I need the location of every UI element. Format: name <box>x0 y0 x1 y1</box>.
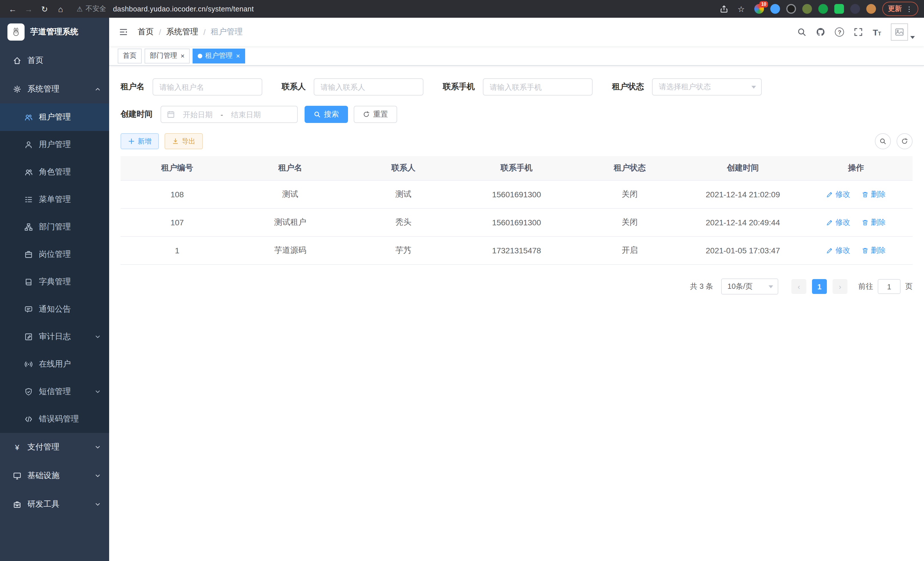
delete-link[interactable]: 删除 <box>862 189 886 200</box>
chevron-down-icon <box>769 285 773 288</box>
phone-input[interactable] <box>483 78 592 96</box>
sidebar-item-menu[interactable]: 菜单管理 <box>0 186 109 213</box>
sidebar-item-user[interactable]: 用户管理 <box>0 131 109 158</box>
next-page-button[interactable]: › <box>832 279 848 294</box>
sidebar-item-label: 支付管理 <box>27 442 59 452</box>
col-status: 租户状态 <box>573 156 686 180</box>
close-icon[interactable]: × <box>181 52 184 59</box>
sidebar-item-label: 角色管理 <box>39 167 71 177</box>
address-bar[interactable]: dashboard.yudao.iocoder.cn/system/tenant <box>113 5 254 13</box>
tab-home[interactable]: 首页 <box>118 48 142 63</box>
app-logo[interactable]: 芋道管理系统 <box>0 18 109 46</box>
extension-icon-2[interactable] <box>770 4 780 14</box>
date-end-input[interactable] <box>227 110 265 119</box>
browser-home-icon[interactable]: ⌂ <box>54 2 68 16</box>
contact-input[interactable] <box>314 78 423 96</box>
hamburger-icon[interactable] <box>109 18 138 46</box>
pencil-icon <box>826 247 833 254</box>
fullscreen-icon[interactable] <box>854 27 863 37</box>
share-icon[interactable] <box>720 5 728 13</box>
search-button[interactable]: 搜索 <box>304 106 348 123</box>
current-page-button[interactable]: 1 <box>812 279 827 294</box>
tab-label: 首页 <box>123 51 136 61</box>
forward-icon[interactable]: → <box>22 2 35 16</box>
sidebar-item-system[interactable]: 系统管理 <box>0 75 109 104</box>
close-icon[interactable]: × <box>236 52 240 59</box>
sidebar-item-audit-log[interactable]: 审计日志 <box>0 323 109 350</box>
col-phone: 联系手机 <box>460 156 573 180</box>
status-select[interactable]: 请选择租户状态 <box>652 78 762 96</box>
sidebar-item-dept[interactable]: 部门管理 <box>0 213 109 241</box>
breadcrumb-home[interactable]: 首页 <box>138 27 154 37</box>
extension-icon-4[interactable] <box>802 4 812 14</box>
github-icon[interactable] <box>816 27 825 37</box>
refresh-table-button[interactable] <box>897 133 913 149</box>
warning-icon: ⚠ <box>76 5 83 13</box>
goto-page-input[interactable] <box>878 279 901 294</box>
sidebar-item-infra[interactable]: 基础设施 <box>0 462 109 490</box>
signal-waves-icon <box>24 360 33 368</box>
top-navbar: 首页 / 系统管理 / 租户管理 ? <box>109 18 924 46</box>
cell-contact: 测试 <box>347 180 460 208</box>
edit-link[interactable]: 修改 <box>826 245 850 256</box>
sidebar-item-payment[interactable]: ¥ 支付管理 <box>0 433 109 462</box>
sidebar-item-label: 短信管理 <box>39 387 71 397</box>
book-icon <box>24 278 33 286</box>
puzzle-extensions-icon[interactable] <box>850 4 860 14</box>
toggle-search-button[interactable] <box>875 133 891 149</box>
sidebar-item-tenant[interactable]: 租户管理 <box>0 104 109 131</box>
extension-icon-1[interactable]: 10 <box>754 4 764 14</box>
edit-link[interactable]: 修改 <box>826 217 850 228</box>
font-size-icon[interactable]: TT <box>873 28 881 36</box>
date-start-input[interactable] <box>179 110 217 119</box>
user-avatar-menu[interactable] <box>891 23 915 41</box>
sidebar-item-dev-tools[interactable]: 研发工具 <box>0 490 109 519</box>
sidebar-item-error-code[interactable]: 错误码管理 <box>0 405 109 433</box>
sidebar-item-notice[interactable]: 通知公告 <box>0 296 109 323</box>
extension-icon-3[interactable] <box>786 4 796 14</box>
back-icon[interactable]: ← <box>6 2 20 16</box>
sidebar-item-online-users[interactable]: 在线用户 <box>0 350 109 378</box>
sidebar-item-sms[interactable]: 短信管理 <box>0 378 109 405</box>
tenant-table: 租户编号 租户名 联系人 联系手机 租户状态 创建时间 操作 108 测试 <box>121 156 913 265</box>
sidebar-item-home[interactable]: 首页 <box>0 46 109 75</box>
sidebar-item-post[interactable]: 岗位管理 <box>0 241 109 268</box>
security-indicator[interactable]: ⚠ 不安全 <box>76 4 106 14</box>
tab-dept[interactable]: 部门管理 × <box>145 48 190 63</box>
security-label: 不安全 <box>86 4 106 14</box>
chevron-down-icon <box>94 444 101 451</box>
sidebar-item-label: 通知公告 <box>39 304 71 314</box>
goto-label: 前往 <box>858 281 873 292</box>
table-row: 1 芋道源码 芋艿 17321315478 开启 2021-01-05 17:0… <box>121 236 913 265</box>
breadcrumb-system[interactable]: 系统管理 <box>166 27 198 37</box>
chevron-down-icon <box>94 501 101 508</box>
edit-link[interactable]: 修改 <box>826 189 850 200</box>
tab-tenant[interactable]: 租户管理 × <box>193 48 245 63</box>
extension-icon-6[interactable] <box>834 4 844 14</box>
kebab-menu-icon[interactable]: ⋮ <box>906 5 913 13</box>
browser-update-button[interactable]: 更新 ⋮ <box>882 2 918 16</box>
search-icon[interactable] <box>797 27 807 37</box>
sidebar-item-role[interactable]: 角色管理 <box>0 158 109 186</box>
tenant-name-input[interactable] <box>153 78 262 96</box>
reset-button[interactable]: 重置 <box>354 106 397 123</box>
date-range-picker[interactable]: - <box>160 106 298 123</box>
sidebar-item-dict[interactable]: 字典管理 <box>0 268 109 296</box>
chevron-down-icon <box>752 86 756 88</box>
profile-avatar[interactable] <box>866 4 876 14</box>
cell-tenant-id: 107 <box>121 208 234 236</box>
extension-icon-5[interactable] <box>818 4 828 14</box>
page-size-select[interactable]: 10条/页 <box>721 278 778 295</box>
active-tab-dot <box>198 53 202 58</box>
prev-page-button[interactable]: ‹ <box>791 279 806 294</box>
reload-icon[interactable]: ↻ <box>38 2 51 16</box>
table-row: 107 测试租户 秃头 15601691300 关闭 2021-12-14 20… <box>121 208 913 236</box>
tab-label: 租户管理 <box>205 51 232 61</box>
add-button[interactable]: 新增 <box>121 133 159 149</box>
delete-link[interactable]: 删除 <box>862 245 886 256</box>
col-actions: 操作 <box>800 156 913 180</box>
delete-link[interactable]: 删除 <box>862 217 886 228</box>
bookmark-star-icon[interactable]: ☆ <box>734 2 748 16</box>
export-button[interactable]: 导出 <box>165 133 203 149</box>
help-icon[interactable]: ? <box>835 27 844 37</box>
